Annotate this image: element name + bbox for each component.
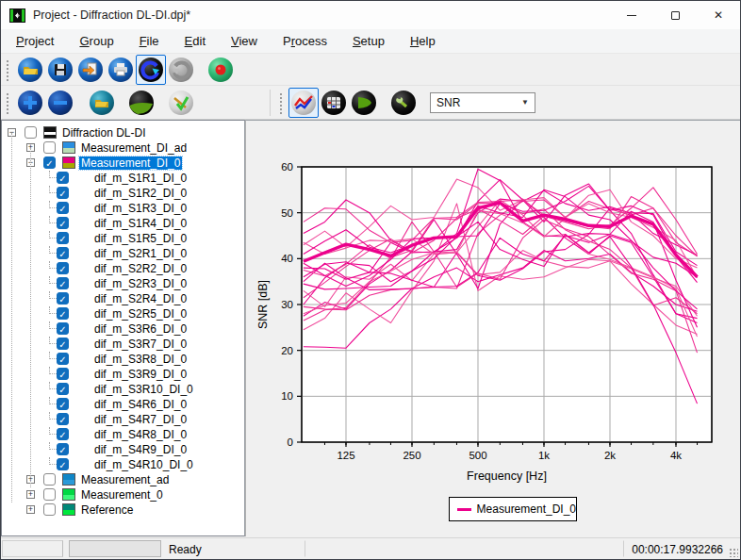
expand-toggle[interactable]: +	[26, 505, 35, 514]
analysis-settings-button[interactable]	[388, 88, 419, 118]
tree-checkbox[interactable]: ✓	[57, 202, 69, 214]
save-button[interactable]	[45, 55, 75, 85]
tree-item-label[interactable]: dif_m_S4R6_DI_0	[92, 398, 189, 411]
menu-item-view[interactable]: View	[231, 34, 257, 48]
open-project-button[interactable]	[15, 55, 45, 85]
tree-checkbox[interactable]	[25, 126, 37, 139]
dataset-color-icon	[62, 156, 75, 169]
tree-item-label[interactable]: dif_m_S1R2_DI_0	[92, 187, 189, 200]
tree-item-label[interactable]: dif_m_S1R3_DI_0	[92, 202, 189, 215]
tree-row: ✓dif_m_S3R10_DI_0	[2, 382, 244, 397]
redo-button[interactable]	[166, 55, 196, 85]
expand-toggle[interactable]: +	[26, 490, 35, 499]
menu-item-file[interactable]: File	[140, 34, 159, 48]
record-button[interactable]	[206, 55, 236, 85]
tree-item-label[interactable]: dif_m_S4R7_DI_0	[92, 413, 189, 426]
tree-row: ✓dif_m_S1R5_DI_0	[2, 231, 244, 246]
print-button[interactable]	[106, 55, 136, 85]
tree-checkbox[interactable]: ✓	[57, 398, 69, 410]
tree-checkbox[interactable]: ✓	[57, 353, 69, 365]
tree-item-label[interactable]: dif_m_S4R10_DI_0	[92, 458, 195, 471]
tree-checkbox[interactable]: ✓	[57, 428, 69, 440]
close-button[interactable]: ✕	[697, 1, 740, 29]
verify-button[interactable]	[166, 88, 196, 118]
analysis-type-select[interactable]: SNR ▼	[430, 92, 535, 113]
tree-item-label[interactable]: dif_m_S2R3_DI_0	[92, 277, 189, 290]
tree-item-label[interactable]: dif_m_S3R7_DI_0	[92, 338, 189, 351]
tree-row: ✓dif_m_S1R2_DI_0	[2, 186, 244, 201]
tree-item-label[interactable]: Measurement_0	[79, 488, 165, 502]
tree-item-label[interactable]: dif_m_S3R8_DI_0	[92, 353, 189, 366]
menu-item-edit[interactable]: Edit	[185, 34, 206, 48]
svg-text:30: 30	[281, 299, 293, 310]
tree-item-label[interactable]: dif_m_S1R5_DI_0	[92, 232, 189, 245]
project-tree: −Diffraction DL-DI+Measurement_DI_ad−✓Me…	[1, 120, 245, 536]
status-time: 00:00:17.9932266	[632, 543, 723, 556]
tree-row: +Reference	[2, 502, 244, 518]
tree-item-label[interactable]: Measurement_DI_0	[79, 156, 182, 170]
diagram-view-button[interactable]	[288, 88, 319, 118]
tree-item-label[interactable]: Measurement_ad	[79, 473, 171, 486]
toolbar-main	[1, 54, 740, 86]
tree-item-label[interactable]: Diffraction DL-DI	[60, 126, 147, 140]
tree-checkbox[interactable]	[43, 503, 56, 516]
tree-checkbox[interactable]: ✓	[57, 217, 69, 229]
tree-row: ✓dif_m_S2R4_DI_0	[2, 291, 244, 306]
menu-item-help[interactable]: Help	[410, 34, 436, 48]
tree-checkbox[interactable]: ✓	[57, 413, 69, 425]
export-folder-button[interactable]	[87, 88, 117, 118]
minimize-button[interactable]	[610, 1, 653, 29]
zoom-out-button[interactable]	[45, 88, 75, 118]
maximize-button[interactable]	[653, 1, 697, 29]
toolbar-grip3[interactable]	[278, 91, 283, 114]
tree-item-label[interactable]: dif_m_S4R9_DI_0	[92, 443, 189, 456]
table-view-button[interactable]	[319, 88, 349, 118]
tree-checkbox[interactable]: ✓	[57, 247, 69, 259]
tree-item-label[interactable]: Reference	[79, 503, 135, 517]
tree-checkbox[interactable]: ✓	[57, 292, 69, 305]
tree-item-label[interactable]: dif_m_S2R5_DI_0	[92, 307, 189, 321]
tree-checkbox[interactable]: ✓	[57, 322, 69, 335]
snr-chart: 01020304050601252505001k2k4kFrequency [H…	[246, 121, 736, 490]
tree-checkbox[interactable]: ✓	[57, 232, 69, 244]
tree-checkbox[interactable]: ✓	[57, 172, 69, 184]
tree-checkbox[interactable]: ✓	[57, 443, 69, 455]
tree-checkbox[interactable]: ✓	[57, 187, 69, 199]
tree-item-label[interactable]: dif_m_S3R9_DI_0	[92, 368, 189, 381]
tree-checkbox[interactable]	[43, 488, 56, 501]
tree-item-label[interactable]: dif_m_S2R1_DI_0	[92, 247, 189, 260]
tree-checkbox[interactable]: ✓	[57, 262, 69, 274]
tree-item-label[interactable]: dif_m_S2R2_DI_0	[92, 262, 189, 275]
tree-item-label[interactable]: dif_m_S1R1_DI_0	[92, 172, 189, 185]
undo-button[interactable]	[136, 55, 166, 85]
play-analysis-button[interactable]	[349, 88, 379, 118]
tree-item-label[interactable]: dif_m_S3R6_DI_0	[92, 322, 189, 336]
pool-button[interactable]	[126, 88, 156, 118]
tree-item-label[interactable]: dif_m_S3R10_DI_0	[92, 383, 195, 396]
window-title: Project - Diffraction DL-DI.dpj*	[33, 8, 610, 22]
menu-item-group[interactable]: Group	[79, 34, 113, 48]
tree-item-label[interactable]: dif_m_S2R4_DI_0	[92, 292, 189, 305]
zoom-in-button[interactable]	[15, 88, 45, 118]
resize-grip[interactable]	[729, 548, 738, 557]
tree-checkbox[interactable]	[43, 473, 56, 486]
tree-checkbox[interactable]: ✓	[57, 458, 69, 470]
tree-checkbox[interactable]: ✓	[57, 307, 69, 320]
tree-checkbox[interactable]: ✓	[57, 368, 69, 380]
tree-checkbox[interactable]	[43, 141, 56, 154]
status-message: Ready	[169, 543, 202, 556]
svg-text:4k: 4k	[670, 450, 682, 461]
tree-checkbox[interactable]: ✓	[57, 277, 69, 289]
menu-item-setup[interactable]: Setup	[353, 34, 385, 48]
tree-item-label[interactable]: dif_m_S4R8_DI_0	[92, 428, 189, 441]
import-button[interactable]	[75, 55, 106, 85]
tree-checkbox[interactable]: ✓	[57, 338, 69, 350]
toolbar-grip2[interactable]	[5, 91, 9, 114]
tree-checkbox[interactable]: ✓	[57, 383, 69, 395]
tree-item-label[interactable]: Measurement_DI_ad	[79, 141, 189, 155]
menu-item-process[interactable]: Process	[283, 34, 327, 48]
tree-item-label[interactable]: dif_m_S1R4_DI_0	[92, 217, 189, 230]
menu-item-project[interactable]: Project	[16, 34, 54, 48]
toolbar-grip[interactable]	[5, 58, 9, 81]
tree-checkbox[interactable]: ✓	[43, 156, 56, 169]
